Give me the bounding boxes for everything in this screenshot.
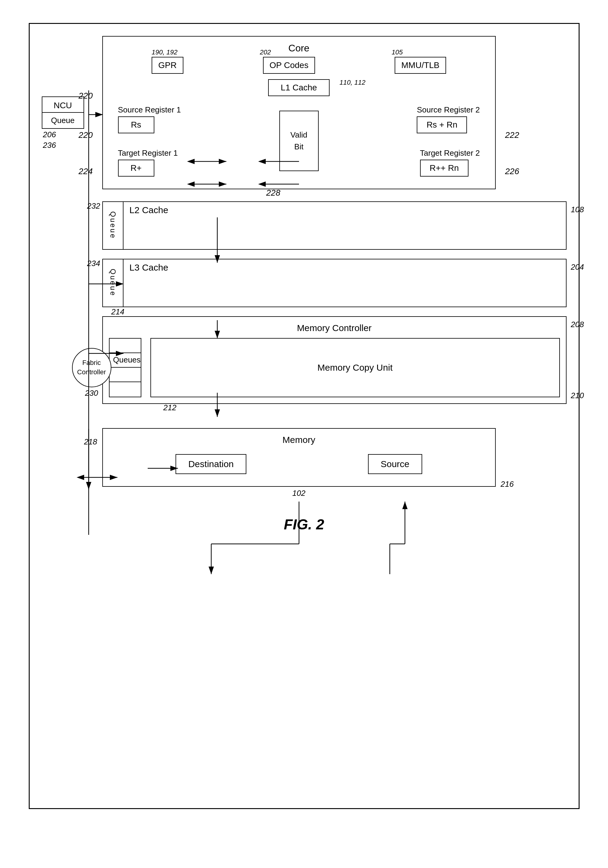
memory-section: 218 Memory Destination Source 102 216 [102,428,496,498]
mem-ctrl-section: 214 Memory Controller Queues Mem [102,316,566,404]
ref-102: 102 [102,488,496,498]
source-reg1-label: Source Register 1 [118,105,181,115]
opcodes-label: OP Codes [270,60,309,70]
rs-label: Rs [131,120,141,129]
ref-208: 208 [571,320,584,329]
l2-queue-box: Queue [102,202,123,250]
ref-212: 212 [163,403,176,412]
fabric-controller-label: FabricController [77,358,106,377]
mem-ctrl-box: Memory Controller Queues Memory Copy Uni… [102,316,566,404]
mmutlb-group: 105 MMU/TLB [395,57,446,74]
l3-queue-box: Queue [102,259,123,307]
ncu-label: NCU [54,101,72,110]
left-registers: Source Register 1 Rs Target Register 1 R… [118,105,181,177]
ref-224: 224 [79,167,93,176]
valid-bit-label: ValidBit [291,129,308,153]
outer-border: Core 190, 192 GPR 202 OP Codes [29,23,580,809]
core-top-components: 190, 192 GPR 202 OP Codes 105 [112,57,486,74]
target-reg1-label: Target Register 1 [118,149,181,158]
source-box: Source [368,454,422,474]
l2cache-section: 232 Queue L2 Cache 108 [102,202,566,250]
l2cache-box: L2 Cache 108 [123,202,566,250]
opcodes-group: 202 OP Codes [263,57,315,74]
r-pp-rn-box: R++ Rn [420,160,469,177]
l3cache-label: L3 Cache [129,262,168,273]
mmutlb-label: MMU/TLB [401,60,439,70]
r-plus-label: R+ [131,163,142,173]
l1cache-label: L1 Cache [281,83,317,92]
ref-214: 214 [111,307,124,316]
l1cache-box: L1 Cache 110, 112 [268,79,330,96]
r-pp-rn-label: R++ Rn [430,163,459,173]
l3cache-section: 234 Queue L3 Cache 204 [102,259,566,307]
source-reg1-group: Source Register 1 Rs [118,105,181,133]
l1cache-row: L1 Cache 110, 112 [112,79,486,96]
ref-226: 226 [505,167,519,176]
mem-ctrl-label: Memory Controller [109,323,560,333]
l3-queue-label: Queue [109,269,117,297]
l3cache-box: L3 Cache 204 [123,259,566,307]
mem-copy-unit-box: Memory Copy Unit [151,338,560,397]
ref-236: 236 [43,141,84,150]
mem-copy-unit-label: Memory Copy Unit [317,363,392,373]
rs-rn-box: Rs + Rn [417,116,467,133]
source-reg2-label: Source Register 2 [417,105,480,115]
valid-bit-box: ValidBit [279,111,319,171]
rs-rn-label: Rs + Rn [426,120,457,129]
memory-inner: Destination Source [115,454,483,474]
registers-area: Source Register 1 Rs Target Register 1 R… [112,105,486,177]
rs-box: Rs [118,116,154,133]
ref-gpr: 190, 192 [152,48,178,56]
gpr-group: 190, 192 GPR [152,57,183,74]
right-registers: Source Register 2 Rs + Rn Target Registe… [417,105,480,177]
fig-label: FIG. 2 [42,516,566,533]
ncu-queue-label: Queue [51,116,75,125]
ref-210: 210 [571,391,584,400]
memory-label: Memory [115,435,483,445]
ref-222: 222 [505,130,519,140]
ncu-box: NCU [42,96,84,113]
destination-label: Destination [188,459,234,469]
ref-230: 230 [72,389,111,398]
r-plus-box: R+ [118,160,154,177]
ref-opcodes: 202 [260,48,271,56]
memory-box: Memory Destination Source [102,428,496,487]
mem-ctrl-inner: Queues Memory Copy Unit [109,338,560,397]
ref-228: 228 [266,188,281,198]
target-reg2-group: Target Register 2 R++ Rn [420,149,480,177]
gpr-label: GPR [158,60,177,70]
l2-queue-label: Queue [109,211,117,239]
diagram-container: Core 190, 192 GPR 202 OP Codes [42,36,566,498]
fabric-ctrl-area: FabricController 230 [72,348,111,398]
ncu-section: NCU Queue 206 236 [42,96,84,150]
ref-218: 218 [84,437,97,446]
ref-l1cache: 110, 112 [339,79,365,87]
opcodes-box: OP Codes [263,57,315,74]
mmutlb-box: MMU/TLB [395,57,446,74]
ref-216: 216 [501,479,513,489]
l2cache-label: L2 Cache [129,205,168,215]
gpr-box: GPR [152,57,183,74]
target-reg1-group: Target Register 1 R+ [118,149,181,177]
ref-mmutlb: 105 [392,48,403,56]
ref-204: 204 [571,262,584,272]
destination-box: Destination [176,454,246,474]
ref-234: 234 [87,259,100,268]
source-reg2-group: Source Register 2 Rs + Rn [417,105,480,133]
core-box: Core 190, 192 GPR 202 OP Codes [102,36,496,189]
ref-108: 108 [571,205,584,214]
ref-232: 232 [87,202,100,211]
ncu-queue-box: Queue [42,113,84,129]
queues-label: Queues [110,353,141,367]
source-label: Source [381,459,409,469]
queues-stack: Queues [109,338,142,397]
fabric-controller-circle: FabricController [72,348,111,387]
target-reg2-label: Target Register 2 [420,149,480,158]
ref-206: 206 [43,130,84,140]
page: Core 190, 192 GPR 202 OP Codes [17,11,592,857]
